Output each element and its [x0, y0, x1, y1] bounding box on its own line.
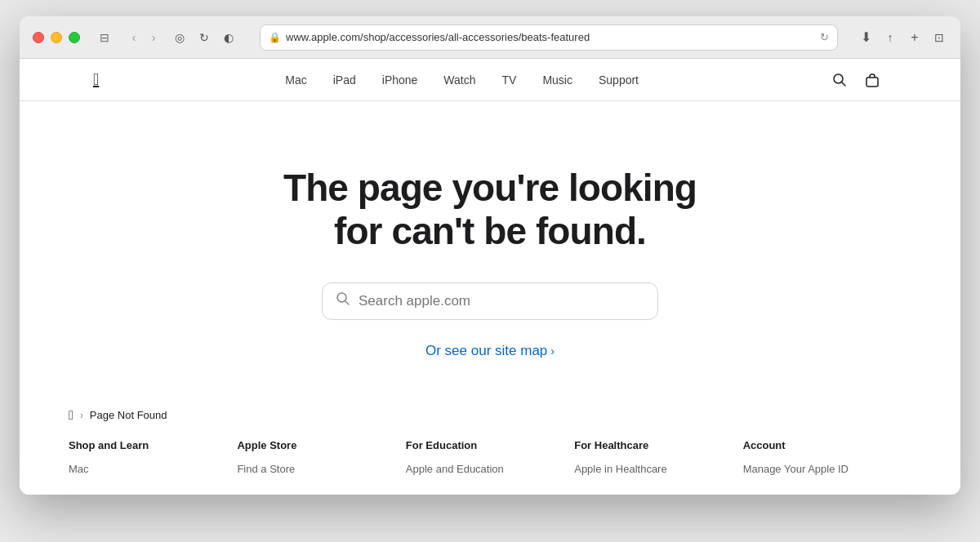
- tab-manager-icon[interactable]: ⊟: [96, 29, 113, 46]
- footer-col-title-account: Account: [743, 439, 911, 451]
- footer-col-healthcare: For Healthcare Apple in Healthcare: [574, 439, 742, 478]
- footer-col-title-shop: Shop and Learn: [69, 439, 237, 451]
- svg-rect-2: [866, 78, 878, 87]
- browser-controls: ⊟: [96, 29, 113, 46]
- fullscreen-button[interactable]: [69, 32, 80, 43]
- breadcrumb-apple-logo: : [69, 408, 74, 423]
- footer-columns: Shop and Learn Mac Apple Store Find a St…: [52, 439, 928, 478]
- url-bar[interactable]: 🔒 www.apple.com/shop/accessories/all-acc…: [260, 24, 838, 51]
- browser-actions: ⬇ ↑ + ⊡: [858, 29, 947, 46]
- close-button[interactable]: [33, 32, 44, 43]
- footer-link-apple-healthcare[interactable]: Apple in Healthcare: [574, 460, 742, 478]
- footer-link-find-store[interactable]: Find a Store: [237, 460, 405, 478]
- breadcrumb:  › Page Not Found: [52, 408, 928, 423]
- nav-link-mac[interactable]: Mac: [272, 73, 319, 87]
- minimize-button[interactable]: [51, 32, 62, 43]
- apple-nav:  Mac iPad iPhone Watch TV Music Support: [20, 59, 960, 101]
- footer-col-shop: Shop and Learn Mac: [69, 439, 237, 478]
- browser-titlebar: ⊟ ‹ › ◎ ↻ ◐ 🔒 www.apple.com/shop/accesso…: [20, 16, 960, 59]
- nav-arrows: ‹ ›: [126, 29, 162, 46]
- error-heading: The page you're looking for can't be fou…: [283, 167, 697, 253]
- footer-col-education: For Education Apple and Education: [406, 439, 574, 478]
- footer-link-mac[interactable]: Mac: [69, 460, 237, 478]
- chevron-right-icon: ›: [550, 344, 555, 358]
- apple-logo[interactable]: : [93, 70, 99, 89]
- page-content: The page you're looking for can't be fou…: [20, 101, 960, 392]
- footer-col-title-store: Apple Store: [237, 439, 405, 451]
- svg-line-4: [345, 301, 349, 304]
- url-text: www.apple.com/shop/accessories/all-acces…: [286, 31, 815, 43]
- search-input[interactable]: [359, 293, 644, 309]
- download-icon[interactable]: ⬇: [858, 29, 874, 46]
- nav-link-tv[interactable]: TV: [489, 73, 530, 87]
- nav-icons: [825, 65, 887, 95]
- sidebar-icon[interactable]: ⊡: [931, 29, 947, 46]
- heading-line1: The page you're looking: [283, 167, 697, 209]
- search-bar-icon: [336, 291, 350, 310]
- privacy-icon[interactable]: ◎: [172, 29, 188, 46]
- nav-link-watch[interactable]: Watch: [430, 73, 488, 87]
- footer-link-manage-apple-id[interactable]: Manage Your Apple ID: [743, 460, 911, 478]
- breadcrumb-separator: ›: [80, 410, 83, 421]
- nav-link-ipad[interactable]: iPad: [320, 73, 369, 87]
- back-button[interactable]: ‹: [126, 29, 142, 46]
- search-bar[interactable]: [322, 282, 658, 320]
- share-icon[interactable]: ↑: [882, 29, 898, 46]
- nav-inner:  Mac iPad iPhone Watch TV Music Support: [74, 65, 906, 95]
- site-map-text: Or see our site map: [425, 343, 547, 359]
- footer-col-title-healthcare: For Healthcare: [574, 439, 742, 451]
- footer-col-title-education: For Education: [406, 439, 574, 451]
- page-footer-area:  › Page Not Found Shop and Learn Mac Ap…: [20, 392, 960, 495]
- traffic-lights: [33, 32, 80, 43]
- footer-link-apple-education[interactable]: Apple and Education: [406, 460, 574, 478]
- site-map-link[interactable]: Or see our site map ›: [425, 343, 555, 359]
- nav-links: Mac iPad iPhone Watch TV Music Support: [272, 73, 652, 87]
- nav-link-support[interactable]: Support: [586, 73, 652, 87]
- nav-link-music[interactable]: Music: [529, 73, 586, 87]
- nav-link-iphone[interactable]: iPhone: [369, 73, 431, 87]
- refresh-icon[interactable]: ↻: [196, 29, 212, 46]
- breadcrumb-page-not-found: Page Not Found: [90, 409, 167, 421]
- add-tab-icon[interactable]: +: [906, 29, 923, 46]
- lock-icon: 🔒: [269, 32, 281, 43]
- svg-line-1: [842, 82, 845, 85]
- footer-col-store: Apple Store Find a Store: [237, 439, 405, 478]
- heading-line2: for can't be found.: [334, 210, 646, 252]
- forward-button[interactable]: ›: [145, 29, 162, 46]
- browser-window: ⊟ ‹ › ◎ ↻ ◐ 🔒 www.apple.com/shop/accesso…: [20, 16, 960, 495]
- eye-icon[interactable]: ◐: [220, 29, 237, 46]
- search-icon[interactable]: [825, 65, 854, 95]
- url-reload-icon[interactable]: ↻: [820, 31, 829, 43]
- footer-col-account: Account Manage Your Apple ID: [743, 439, 911, 478]
- bag-icon[interactable]: [858, 65, 887, 95]
